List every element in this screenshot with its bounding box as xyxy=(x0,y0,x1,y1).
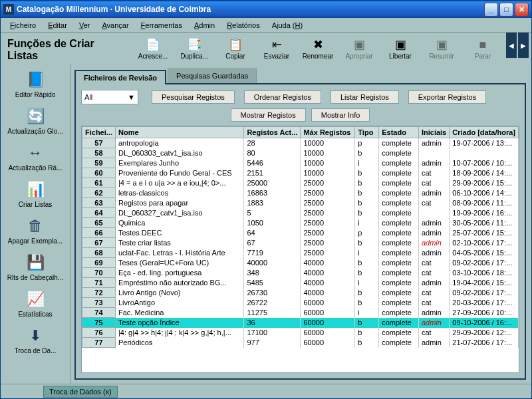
tool-libertar[interactable]: ▣Libertar xyxy=(381,34,420,63)
column-header[interactable]: Registos Act... xyxy=(244,127,301,138)
table-row[interactable]: 70Eça - ed. ling. portuguesa34840000bcom… xyxy=(82,268,519,278)
column-header[interactable]: Nome xyxy=(115,127,243,138)
tool-renomear[interactable]: ✖Renomear xyxy=(299,34,337,63)
sidebar-item-estatsticas[interactable]: 📈Estatísticas xyxy=(2,287,68,323)
row-index[interactable]: 77 xyxy=(82,338,116,348)
sidebar-icon: 🗑 xyxy=(24,216,47,236)
row-index[interactable]: 71 xyxy=(82,278,116,288)
menu-ajuda (h)[interactable]: Ajuda (H) xyxy=(267,20,308,31)
table-row[interactable]: 66Testes DEEC6425000pcompleteadmin25-07-… xyxy=(82,228,519,238)
row-index[interactable]: 59 xyxy=(82,158,116,168)
table-row[interactable]: 59Exemplares Junho544610000icompleteadmi… xyxy=(82,158,519,168)
column-header[interactable]: Tipo xyxy=(355,127,379,138)
sidebar-item-rltsdecabealh[interactable]: 💾Rlts de Cabeçalh... xyxy=(2,250,68,287)
table-row[interactable]: 64DL_060327_catv1_isa.iso525000bcomplete… xyxy=(82,208,519,218)
toolbar-scroll-left[interactable]: ◀ xyxy=(506,33,517,58)
row-index[interactable]: 76 xyxy=(82,328,116,338)
menu-ver[interactable]: Ver xyxy=(74,20,96,31)
filter-select[interactable]: All ▼ xyxy=(81,90,138,104)
sidebar-icon: 📘 xyxy=(24,70,47,90)
close-button[interactable]: ✕ xyxy=(515,3,529,17)
table-row[interactable]: 67Teste criar listas6725000bcompleteadmi… xyxy=(82,238,519,248)
records-table[interactable]: Fichei...NomeRegistos Act...Máx Registos… xyxy=(81,126,519,373)
table-row[interactable]: 68uclat-Fac. Letras - I. História Arte77… xyxy=(82,248,519,258)
row-index[interactable]: 61 xyxy=(82,178,116,188)
titlebar[interactable]: M Catalogação Millennium · Universidade … xyxy=(1,1,531,18)
row-index[interactable]: 75 xyxy=(82,318,116,328)
toolbar: 📄Acresce...📑Duplica...📋Copiar⇤Esvaziar✖R… xyxy=(134,33,506,65)
tool-copiar[interactable]: 📋Copiar xyxy=(216,34,255,63)
table-row[interactable]: 71Empréstimo não autorizado BG...5485400… xyxy=(82,278,519,288)
tool-apropriar: ▣Apropriar xyxy=(340,34,378,63)
menu-relatórios[interactable]: Relatórios xyxy=(221,20,265,31)
tab-pesquisas-guardadas[interactable]: Pesquisas Guardadas xyxy=(168,68,257,83)
table-row[interactable]: 60Proveniente do Fundo Geral - CES215110… xyxy=(82,168,519,178)
table-row[interactable]: 75Teste opção Índice3660000bcompleteadmi… xyxy=(82,318,519,328)
row-index[interactable]: 72 xyxy=(82,288,116,298)
row-index[interactable]: 60 xyxy=(82,168,116,178)
sidebar-item-criarlistas[interactable]: 📊Criar Listas xyxy=(2,177,68,213)
row-index[interactable]: 68 xyxy=(82,248,116,258)
tool-duplica[interactable]: 📑Duplica... xyxy=(175,34,213,63)
renomear-icon: ✖ xyxy=(310,37,326,52)
row-index[interactable]: 66 xyxy=(82,228,116,238)
table-row[interactable]: 65Quimica105025000icompleteadmin30-05-20… xyxy=(82,218,519,228)
minimize-button[interactable]: _ xyxy=(484,3,498,17)
row-index[interactable]: 73 xyxy=(82,298,116,308)
row-index[interactable]: 65 xyxy=(82,218,116,228)
tool-acresce[interactable]: 📄Acresce... xyxy=(134,34,172,63)
sidebar-item-actualizaoglo[interactable]: 🔄Actualização Glo... xyxy=(2,104,68,140)
menu-ficheiro[interactable]: Ficheiro xyxy=(5,20,41,31)
row-index[interactable]: 74 xyxy=(82,308,116,318)
btn-ordenar-registos[interactable]: Ordenar Registos xyxy=(244,90,321,104)
row-index[interactable]: 58 xyxy=(82,148,116,158)
table-row[interactable]: 73LivroAntigo2672260000bcompletecat20-03… xyxy=(82,298,519,308)
table-row[interactable]: 76|4: g|4 >> h|4; j|4 ; k|4 >> g,|4; h,|… xyxy=(82,328,519,338)
row-index[interactable]: 63 xyxy=(82,198,116,208)
column-header[interactable]: Máx Registos xyxy=(301,127,355,138)
resumir-icon: ▣ xyxy=(434,37,450,52)
apropriar-icon: ▣ xyxy=(351,37,367,52)
sidebar-icon: ↔ xyxy=(24,143,47,163)
row-index[interactable]: 62 xyxy=(82,188,116,198)
btn-mostrar-registos[interactable]: Mostrar Registos xyxy=(231,108,306,122)
btn-pesquisar-registos[interactable]: Pesquisar Registos xyxy=(152,90,235,104)
row-index[interactable]: 67 xyxy=(82,238,116,248)
row-index[interactable]: 57 xyxy=(82,138,116,148)
sidebar-item-trocadeda[interactable]: ⬇Troca de Da... xyxy=(2,323,68,360)
row-index[interactable]: 70 xyxy=(82,268,116,278)
sidebar-icon: 📈 xyxy=(24,289,47,309)
table-row[interactable]: 57antropologia2810000pcompleteadmin19-07… xyxy=(82,138,519,148)
column-header[interactable]: Iniciais xyxy=(418,127,449,138)
sidebar-item-actualizaor[interactable]: ↔Actualização Rá... xyxy=(2,140,68,177)
maximize-button[interactable]: □ xyxy=(499,3,513,17)
menu-editar[interactable]: Editar xyxy=(43,20,72,31)
column-header[interactable]: Criado [data/hora] xyxy=(450,127,519,138)
copiar-icon: 📋 xyxy=(227,37,243,52)
table-row[interactable]: 63Registos para apagar188325000bcomplete… xyxy=(82,198,519,208)
btn-exportar-registos[interactable]: Exportar Registos xyxy=(408,90,486,104)
table-row[interactable]: 72Livro Antigo (Novo)2673040000bcomplete… xyxy=(82,288,519,298)
toolbar-scroll-right[interactable]: ▶ xyxy=(518,33,529,58)
table-row[interactable]: 69Teses (Geral=UC+Fora UC)4000040000bcom… xyxy=(82,258,519,268)
menu-avançar[interactable]: Avançar xyxy=(96,20,134,31)
table-row[interactable]: 74Fac. Medicina1127560000icompleteadmin2… xyxy=(82,308,519,318)
column-header[interactable]: Fichei... xyxy=(82,127,116,138)
sidebar-item-editorrpido[interactable]: 📘Editor Rápido xyxy=(2,67,68,104)
table-row[interactable]: 58DL_060303_catv1_isa.iso8010000bcomplet… xyxy=(82,148,519,158)
table-row[interactable]: 61|4 = a e i o u|a >> a e iou,|4; 0>...2… xyxy=(82,178,519,188)
task-button-troca[interactable]: Troca de Dados (x) xyxy=(43,386,118,398)
column-header[interactable]: Estado xyxy=(379,127,419,138)
row-index[interactable]: 64 xyxy=(82,208,116,218)
row-index[interactable]: 69 xyxy=(82,258,116,268)
table-row[interactable]: 77Periódicos97760000bcompleteadmin21-07-… xyxy=(82,338,519,348)
table-row[interactable]: 62letras-classicos1686325000bcompleteadm… xyxy=(82,188,519,198)
page-title: Funções de Criar Listas xyxy=(1,33,134,65)
menu-admin[interactable]: Admin xyxy=(189,20,220,31)
menu-ferramentas[interactable]: Ferramentas xyxy=(136,20,188,31)
sidebar-item-apagarexempla[interactable]: 🗑Apagar Exempla... xyxy=(2,213,68,250)
btn-mostrar-info[interactable]: Mostrar Info xyxy=(311,108,370,122)
tab-ficheiros-de-revisão[interactable]: Ficheiros de Revisão xyxy=(74,70,166,84)
tool-esvaziar[interactable]: ⇤Esvaziar xyxy=(257,34,296,63)
btn-listar-registos[interactable]: Listar Registos xyxy=(331,90,399,104)
